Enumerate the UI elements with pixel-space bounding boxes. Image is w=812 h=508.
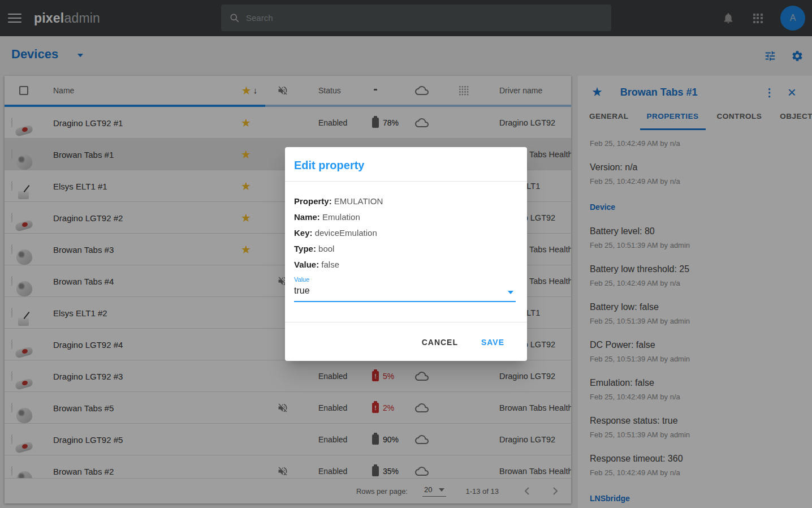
field-value: false [321, 260, 339, 269]
field-label: Type: [294, 244, 316, 253]
divider [285, 322, 527, 322]
app-root: pixeladmin A Devices [0, 0, 812, 508]
field-label: Value: [294, 260, 319, 269]
dialog-title: Edit property [294, 159, 364, 172]
property-detail-line: Key: deviceEmulation [294, 225, 518, 241]
save-button[interactable]: SAVE [473, 332, 512, 352]
property-detail-line: Value: false [294, 257, 518, 273]
dialog-actions: CANCEL SAVE [285, 322, 527, 361]
divider [285, 181, 527, 182]
field-value: bool [318, 244, 334, 253]
edit-property-dialog: Edit property Property: EMULATIONName: E… [285, 147, 527, 361]
field-label: Property: [294, 196, 332, 206]
field-value: deviceEmulation [315, 228, 377, 238]
field-label: Key: [294, 228, 313, 238]
select-value: true [294, 286, 516, 302]
property-details: Property: EMULATIONName: EmulationKey: d… [294, 193, 518, 273]
property-detail-line: Property: EMULATION [294, 193, 518, 209]
property-detail-line: Name: Emulation [294, 209, 518, 225]
property-detail-line: Type: bool [294, 241, 518, 257]
field-value: EMULATION [334, 196, 383, 206]
value-select-field[interactable]: Value true [294, 276, 516, 302]
select-label: Value [294, 276, 516, 283]
dropdown-caret-icon [508, 291, 513, 294]
field-value: Emulation [322, 212, 360, 222]
cancel-button[interactable]: CANCEL [414, 332, 466, 352]
field-label: Name: [294, 212, 320, 222]
